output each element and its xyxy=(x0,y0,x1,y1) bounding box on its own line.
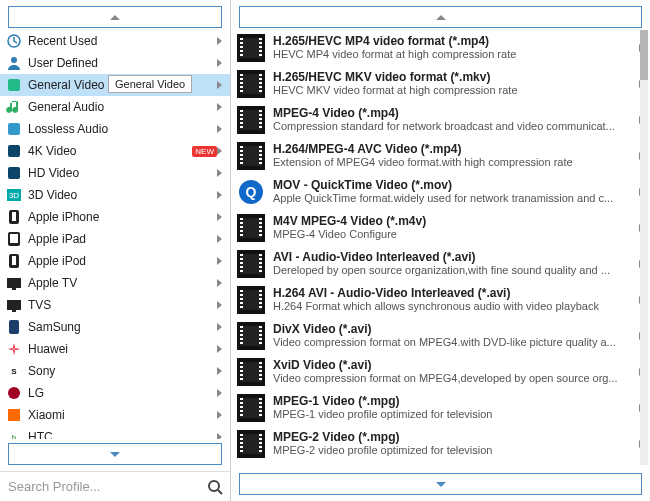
3d-icon: 3D xyxy=(6,187,22,203)
format-list[interactable]: H.265/HEVC MP4 video format (*.mp4)HEVC … xyxy=(231,30,650,469)
category-item[interactable]: SamSung xyxy=(0,316,230,338)
chevron-right-icon xyxy=(217,235,222,243)
category-item[interactable]: General Audio xyxy=(0,96,230,118)
user-icon xyxy=(6,55,22,71)
category-item[interactable]: Huawei xyxy=(0,338,230,360)
video-file-icon xyxy=(237,142,265,170)
category-item[interactable]: 3D3D Video xyxy=(0,184,230,206)
format-item[interactable]: XviD Video (*.avi)Video compression form… xyxy=(231,354,650,390)
chevron-right-icon xyxy=(217,81,222,89)
format-item[interactable]: H.265/HEVC MKV video format (*.mkv)HEVC … xyxy=(231,66,650,102)
category-item[interactable]: Apple iPad xyxy=(0,228,230,250)
format-text: H.264/MPEG-4 AVC Video (*.mp4)Extension … xyxy=(273,142,635,168)
note-icon xyxy=(6,99,22,115)
category-label: HD Video xyxy=(28,166,217,180)
category-label: Apple iPod xyxy=(28,254,217,268)
chevron-right-icon xyxy=(217,103,222,111)
format-scroll-down[interactable] xyxy=(239,473,642,495)
format-item[interactable]: MPEG-4 Video (*.mp4)Compression standard… xyxy=(231,102,650,138)
category-item[interactable]: SSony xyxy=(0,360,230,382)
huawei-icon xyxy=(6,341,22,357)
category-label: 3D Video xyxy=(28,188,217,202)
category-item[interactable]: hHTC xyxy=(0,426,230,439)
format-title: H.264 AVI - Audio-Video Interleaved (*.a… xyxy=(273,286,635,300)
format-desc: HEVC MKV video format at high compressio… xyxy=(273,84,635,96)
category-item[interactable]: LG xyxy=(0,382,230,404)
category-item[interactable]: Apple iPhone xyxy=(0,206,230,228)
format-title: MPEG-1 Video (*.mpg) xyxy=(273,394,635,408)
video-file-icon xyxy=(237,70,265,98)
category-label: Apple TV xyxy=(28,276,217,290)
scrollbar-thumb[interactable] xyxy=(640,30,648,80)
format-item[interactable]: H.265/HEVC MP4 video format (*.mp4)HEVC … xyxy=(231,30,650,66)
category-item[interactable]: General VideoGeneral Video xyxy=(0,74,230,96)
format-item[interactable]: MPEG-1 Video (*.mpg)MPEG-1 video profile… xyxy=(231,390,650,426)
format-text: H.265/HEVC MKV video format (*.mkv)HEVC … xyxy=(273,70,635,96)
format-item[interactable]: AVI - Audio-Video Interleaved (*.avi)Der… xyxy=(231,246,650,282)
format-title: MPEG-2 Video (*.mpg) xyxy=(273,430,635,444)
format-item[interactable]: DivX Video (*.avi)Video compression form… xyxy=(231,318,650,354)
category-label: LG xyxy=(28,386,217,400)
format-title: DivX Video (*.avi) xyxy=(273,322,635,336)
category-item[interactable]: Apple iPod xyxy=(0,250,230,272)
box-dark-icon xyxy=(6,143,22,159)
video-file-icon xyxy=(237,106,265,134)
category-panel: Recent UsedUser DefinedGeneral VideoGene… xyxy=(0,0,231,501)
caret-up-icon xyxy=(110,15,120,20)
format-desc: H.264 Format which allows synchronous au… xyxy=(273,300,635,312)
format-desc: Compression standard for network broadca… xyxy=(273,120,635,132)
chevron-right-icon xyxy=(217,433,222,439)
category-label: Apple iPad xyxy=(28,232,217,246)
app-root: Recent UsedUser DefinedGeneral VideoGene… xyxy=(0,0,650,501)
category-item[interactable]: Apple TV xyxy=(0,272,230,294)
caret-up-icon xyxy=(436,15,446,20)
xiaomi-icon xyxy=(6,407,22,423)
format-desc: MPEG-4 Video Configure xyxy=(273,228,635,240)
tablet-icon xyxy=(6,231,22,247)
chevron-right-icon xyxy=(217,213,222,221)
format-item[interactable]: QMOV - QuickTime Video (*.mov)Apple Quic… xyxy=(231,174,650,210)
category-label: Lossless Audio xyxy=(28,122,217,136)
format-desc: Extension of MPEG4 video format.with hig… xyxy=(273,156,635,168)
search-input[interactable] xyxy=(0,472,200,501)
search-row xyxy=(0,471,230,501)
format-item[interactable]: MPEG-2 Video (*.mpg)MPEG-2 video profile… xyxy=(231,426,650,462)
format-item[interactable]: H.264 AVI - Audio-Video Interleaved (*.a… xyxy=(231,282,650,318)
caret-down-icon xyxy=(110,452,120,457)
category-label: TVS xyxy=(28,298,217,312)
category-item[interactable]: TVS xyxy=(0,294,230,316)
category-item[interactable]: Lossless Audio xyxy=(0,118,230,140)
format-desc: Dereloped by open source organization,wi… xyxy=(273,264,635,276)
format-text: DivX Video (*.avi)Video compression form… xyxy=(273,322,635,348)
category-list[interactable]: Recent UsedUser DefinedGeneral VideoGene… xyxy=(0,30,230,439)
video-green-icon xyxy=(6,77,22,93)
samsung-icon xyxy=(6,319,22,335)
format-text: H.265/HEVC MP4 video format (*.mp4)HEVC … xyxy=(273,34,635,60)
category-label: User Defined xyxy=(28,56,217,70)
format-scroll-up[interactable] xyxy=(239,6,642,28)
category-item[interactable]: 4K VideoNEW xyxy=(0,140,230,162)
lossless-icon xyxy=(6,121,22,137)
scrollbar[interactable] xyxy=(640,30,648,465)
category-item[interactable]: HD Video xyxy=(0,162,230,184)
format-title: MPEG-4 Video (*.mp4) xyxy=(273,106,635,120)
category-scroll-down[interactable] xyxy=(8,443,222,465)
category-item[interactable]: Xiaomi xyxy=(0,404,230,426)
format-item[interactable]: M4V MPEG-4 Video (*.m4v)MPEG-4 Video Con… xyxy=(231,210,650,246)
lg-icon xyxy=(6,385,22,401)
format-desc: MPEG-2 video profile optimized for telev… xyxy=(273,444,635,456)
video-file-icon xyxy=(237,322,265,350)
video-file-icon xyxy=(237,34,265,62)
svg-line-3 xyxy=(218,490,222,494)
format-item[interactable]: H.264/MPEG-4 AVC Video (*.mp4)Extension … xyxy=(231,138,650,174)
format-desc: Apple QuickTime format.widely used for n… xyxy=(273,192,635,204)
svg-point-2 xyxy=(209,481,219,491)
category-item[interactable]: Recent Used xyxy=(0,30,230,52)
category-scroll-up[interactable] xyxy=(8,6,222,28)
format-title: MOV - QuickTime Video (*.mov) xyxy=(273,178,635,192)
format-text: MOV - QuickTime Video (*.mov)Apple Quick… xyxy=(273,178,635,204)
chevron-right-icon xyxy=(217,169,222,177)
box-dark-icon xyxy=(6,165,22,181)
category-item[interactable]: User Defined xyxy=(0,52,230,74)
search-button[interactable] xyxy=(200,472,230,501)
